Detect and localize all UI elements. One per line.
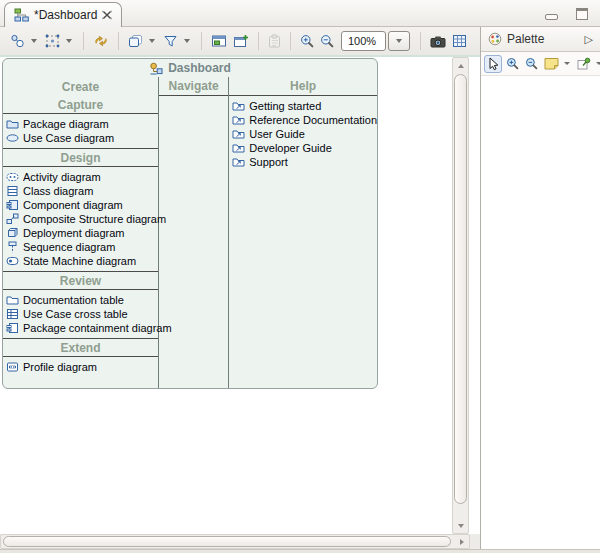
editor-tab-bar: *Dashboard: [0, 0, 600, 27]
dashboard-title-text: Dashboard: [168, 61, 231, 75]
item-profile-diagram[interactable]: Profile diagram: [3, 360, 158, 374]
dashboard-icon: [149, 62, 163, 75]
palette-title: Palette: [507, 32, 544, 46]
package-containment-diagram-icon: [6, 322, 19, 334]
copy-appearance-button[interactable]: [126, 32, 145, 50]
tab-dashboard[interactable]: *Dashboard: [4, 2, 122, 27]
capture-view-button[interactable]: [209, 32, 229, 50]
diagram-nodes-dropdown-icon[interactable]: [31, 39, 37, 43]
deployment-diagram-icon: [6, 227, 19, 239]
extend-items: Profile diagram: [3, 357, 158, 377]
pin-tool-dropdown-icon[interactable]: [596, 62, 600, 65]
sync-links-button[interactable]: [91, 32, 111, 50]
extend-header: Extend: [3, 339, 158, 357]
camera-snapshot-button[interactable]: [428, 33, 448, 50]
horizontal-scrollbar[interactable]: [0, 534, 470, 549]
capture-header: Capture: [3, 96, 158, 114]
marquee-selection-button[interactable]: [43, 32, 62, 50]
copy-appearance-dropdown-icon[interactable]: [149, 39, 155, 43]
palette-icon: [488, 32, 502, 46]
diagram-nodes-button[interactable]: [8, 32, 27, 50]
paste-button: [266, 32, 283, 50]
view-controls: [545, 8, 588, 20]
design-items: Activity diagram Class diagram Component…: [3, 167, 158, 272]
item-component-diagram[interactable]: Component diagram: [3, 198, 158, 212]
toolbar-separator: [420, 32, 421, 50]
toolbar-separator: [83, 32, 84, 50]
toolbar-separator: [290, 32, 291, 50]
item-package-diagram[interactable]: Package diagram: [3, 117, 158, 131]
note-tool[interactable]: [542, 56, 561, 71]
use-case-cross-table-icon: [6, 308, 19, 320]
palette-zoom-out-tool[interactable]: [523, 56, 540, 71]
maximize-view-icon[interactable]: [576, 8, 588, 20]
item-use-case-cross-table[interactable]: Use Case cross table: [3, 307, 158, 321]
help-folder-icon: [232, 100, 245, 112]
zoom-out-button[interactable]: [318, 32, 336, 50]
zoom-in-button[interactable]: [298, 32, 316, 50]
item-support[interactable]: Support: [229, 155, 377, 169]
diagram-canvas[interactable]: Dashboard Create Capture Package diagram…: [0, 55, 480, 534]
marquee-selection-dropdown-icon[interactable]: [66, 39, 72, 43]
documentation-table-icon: [6, 294, 19, 306]
profile-diagram-icon: [6, 361, 19, 373]
item-deployment-diagram[interactable]: Deployment diagram: [3, 226, 158, 240]
toolbar-separator: [118, 32, 119, 50]
state-machine-diagram-icon: [6, 255, 19, 267]
grid-view-button[interactable]: [450, 32, 469, 50]
close-tab-icon[interactable]: [102, 10, 112, 20]
item-user-guide[interactable]: User Guide: [229, 127, 377, 141]
vertical-scrollbar-thumb[interactable]: [454, 74, 467, 504]
dashboard-tab-icon: [14, 8, 29, 22]
item-package-containment-diagram[interactable]: Package containment diagram: [3, 321, 158, 335]
help-header: Help: [229, 77, 377, 96]
filter-button[interactable]: [161, 32, 180, 50]
new-view-button[interactable]: [231, 32, 251, 50]
help-column: Help Getting started Reference Documenta…: [229, 77, 377, 389]
toolbar-separator: [258, 32, 259, 50]
navigate-column: Navigate: [159, 77, 229, 389]
scroll-down-icon[interactable]: [454, 519, 467, 532]
zoom-level-value[interactable]: 100%: [341, 31, 386, 51]
filter-dropdown-icon[interactable]: [184, 39, 190, 43]
horizontal-scrollbar-thumb[interactable]: [3, 536, 451, 547]
help-items: Getting started Reference Documentation …: [229, 96, 377, 172]
zoom-level-dropdown[interactable]: [388, 31, 410, 51]
item-reference-documentation[interactable]: Reference Documentation: [229, 113, 377, 127]
scroll-up-icon[interactable]: [454, 59, 467, 72]
diagram-toolbar: 100%: [0, 27, 480, 55]
review-items: Documentation table Use Case cross table…: [3, 290, 158, 339]
palette-header[interactable]: Palette ▷: [481, 27, 600, 52]
palette-panel: Palette ▷: [480, 27, 600, 549]
minimize-view-icon[interactable]: [545, 14, 558, 20]
scroll-right-icon[interactable]: [455, 536, 468, 547]
chevron-down-icon: [396, 39, 402, 43]
dashboard-title: Dashboard: [3, 59, 377, 77]
select-tool[interactable]: [484, 55, 502, 73]
note-tool-dropdown-icon[interactable]: [564, 62, 570, 65]
item-documentation-table[interactable]: Documentation table: [3, 293, 158, 307]
palette-zoom-in-tool[interactable]: [504, 56, 521, 71]
palette-collapse-icon[interactable]: ▷: [585, 33, 593, 46]
sequence-diagram-icon: [6, 241, 19, 253]
class-diagram-icon: [6, 185, 19, 197]
dashboard-panel: Dashboard Create Capture Package diagram…: [2, 58, 378, 389]
item-class-diagram[interactable]: Class diagram: [3, 184, 158, 198]
item-developer-guide[interactable]: Developer Guide: [229, 141, 377, 155]
tab-title: *Dashboard: [34, 8, 97, 22]
vertical-scrollbar[interactable]: [452, 57, 469, 534]
window-bottom-edge: [0, 549, 600, 553]
item-getting-started[interactable]: Getting started: [229, 99, 377, 113]
palette-toolbar: [481, 52, 600, 76]
package-diagram-icon: [6, 118, 19, 130]
capture-items: Package diagram Use Case diagram: [3, 114, 158, 149]
item-use-case-diagram[interactable]: Use Case diagram: [3, 131, 158, 145]
pin-tool[interactable]: [575, 56, 593, 71]
item-state-machine-diagram[interactable]: State Machine diagram: [3, 254, 158, 268]
item-activity-diagram[interactable]: Activity diagram: [3, 170, 158, 184]
activity-diagram-icon: [6, 171, 19, 183]
create-column: Create Capture Package diagram Use Case …: [3, 77, 159, 389]
toolbar-separator: [201, 32, 202, 50]
item-sequence-diagram[interactable]: Sequence diagram: [3, 240, 158, 254]
item-composite-structure-diagram[interactable]: Composite Structure diagram: [3, 212, 158, 226]
